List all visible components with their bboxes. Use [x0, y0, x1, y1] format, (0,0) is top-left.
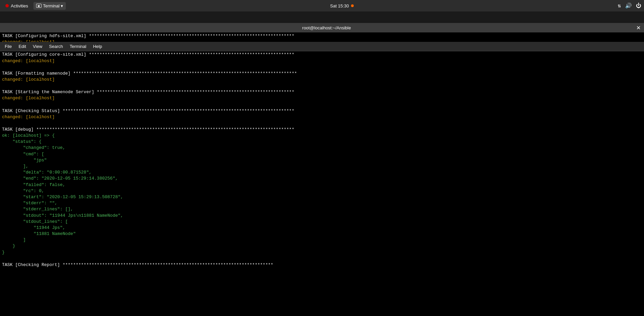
- terminal-line: changed: [localhost]: [2, 114, 642, 120]
- power-icon[interactable]: ⏻: [636, 3, 641, 9]
- menu-search[interactable]: Search: [46, 43, 65, 50]
- terminal-line: [2, 83, 642, 89]
- terminal-line: "jps": [2, 157, 642, 163]
- terminal-line: "stdout": "11944 Jps\n11881 NameNode",: [2, 213, 642, 219]
- menu-terminal[interactable]: Terminal: [67, 43, 89, 50]
- clock-dot: [351, 4, 354, 7]
- menu-edit[interactable]: Edit: [16, 43, 29, 50]
- network-icon[interactable]: ⇅: [618, 2, 621, 9]
- terminal-line: "cmd": [: [2, 151, 642, 157]
- system-clock: Sat 15:30: [330, 3, 354, 8]
- activities-dot: [5, 4, 9, 7]
- system-bar-left: Activities ▣ Terminal ▾: [3, 2, 66, 10]
- menu-view[interactable]: View: [30, 43, 45, 50]
- terminal-line: "11881 NameNode": [2, 231, 642, 237]
- terminal-line: ok: [localhost] => {: [2, 133, 642, 139]
- terminal-line: changed: [localhost]: [2, 58, 642, 64]
- window-titlebar: root@localhost:~/Ansible ✕: [0, 23, 644, 32]
- terminal-icon: ▣: [36, 4, 42, 8]
- terminal-line: }: [2, 243, 642, 249]
- menu-bar: File Edit View Search Terminal Help: [0, 42, 644, 51]
- terminal-line: "end": "2020-12-05 15:29:14.380256",: [2, 176, 642, 182]
- window-title: root@localhost:~/Ansible: [17, 25, 636, 30]
- terminal-line: ],: [2, 163, 642, 169]
- terminal-line: TASK [Starting the Namenode Server] ****…: [2, 89, 642, 95]
- terminal-line: TASK [debug] ***************************…: [2, 127, 642, 133]
- system-tray: ⇅ 🔊 ⏻: [618, 2, 641, 9]
- activities-button[interactable]: Activities: [3, 2, 31, 10]
- clock-text: Sat 15:30: [330, 3, 349, 8]
- terminal-line: TASK [Checking Report] *****************…: [2, 262, 642, 268]
- system-bar: Activities ▣ Terminal ▾ Sat 15:30 ⇅ 🔊 ⏻: [0, 0, 644, 11]
- terminal-line: [2, 120, 642, 127]
- terminal-line: changed: [localhost]: [2, 77, 642, 83]
- activities-label: Activities: [11, 3, 28, 8]
- terminal-line: changed: [localhost]: [2, 95, 642, 101]
- menu-help[interactable]: Help: [90, 43, 105, 50]
- terminal-line: "delta": "0:00:00.871528",: [2, 169, 642, 176]
- terminal-line: "stdout_lines": [: [2, 219, 642, 225]
- window-close-button[interactable]: ✕: [636, 25, 641, 31]
- terminal-line: "stderr_lines": [],: [2, 206, 642, 212]
- terminal-line: TASK [Formatting namenode] *************…: [2, 71, 642, 77]
- terminal-menu-button[interactable]: ▣ Terminal ▾: [33, 2, 66, 10]
- menu-file[interactable]: File: [2, 43, 15, 50]
- terminal-line: ]: [2, 237, 642, 243]
- terminal-line: [2, 64, 642, 71]
- terminal-line: "status": {: [2, 139, 642, 145]
- terminal-content[interactable]: TASK [Configuring hdfs-site.xml] *******…: [0, 30, 644, 316]
- terminal-dropdown-icon: ▾: [61, 3, 63, 8]
- terminal-line: "rc": 0,: [2, 188, 642, 194]
- terminal-line: [2, 102, 642, 108]
- terminal-line: TASK [Checking Status] *****************…: [2, 108, 642, 114]
- terminal-line: "start": "2020-12-05 15:29:13.508728",: [2, 194, 642, 200]
- terminal-menu-label: Terminal: [43, 3, 59, 8]
- terminal-line: "changed": true,: [2, 145, 642, 151]
- terminal-line: TASK [Configuring hdfs-site.xml] *******…: [2, 33, 642, 39]
- terminal-line: [2, 256, 642, 262]
- terminal-line: TASK [Configuring core-site.xml] *******…: [2, 52, 642, 58]
- terminal-line: "stderr": "",: [2, 200, 642, 206]
- terminal-line: "11944 Jps",: [2, 225, 642, 231]
- terminal-line: }: [2, 249, 642, 256]
- volume-icon[interactable]: 🔊: [625, 2, 632, 9]
- terminal-line: "failed": false,: [2, 182, 642, 188]
